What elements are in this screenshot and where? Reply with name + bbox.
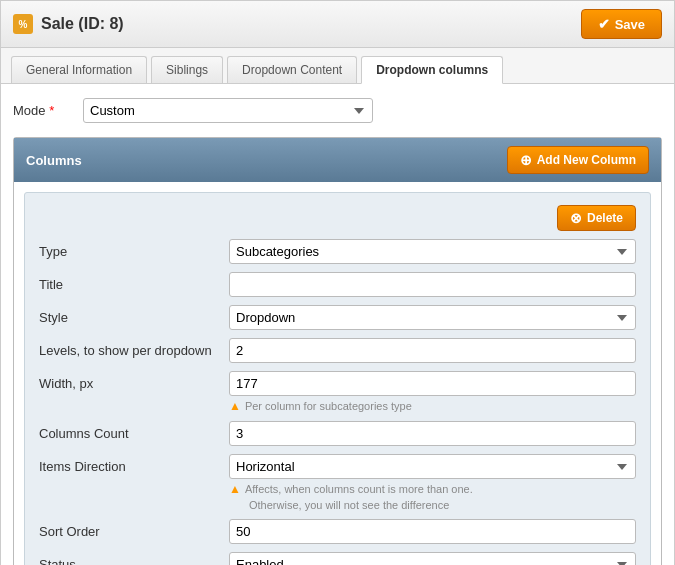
check-icon: ✔ [598, 16, 610, 32]
type-select[interactable]: Subcategories Products Custom [229, 239, 636, 264]
title-label: Title [39, 272, 219, 292]
sort-order-field-row: Sort Order [39, 519, 636, 544]
items-direction-label: Items Direction [39, 454, 219, 474]
mode-label: Mode * [13, 103, 73, 118]
status-select[interactable]: Enabled Disabled [229, 552, 636, 565]
mode-select[interactable]: Custom Auto [83, 98, 373, 123]
width-label: Width, px [39, 371, 219, 391]
delete-button[interactable]: ⊗ Delete [557, 205, 636, 231]
tab-siblings[interactable]: Siblings [151, 56, 223, 83]
sale-icon [13, 14, 33, 34]
levels-control [229, 338, 636, 363]
items-direction-hint2: Otherwise, you will not see the differen… [229, 499, 636, 511]
columns-count-label: Columns Count [39, 421, 219, 441]
style-label: Style [39, 305, 219, 325]
card-header: ⊗ Delete [39, 205, 636, 231]
columns-section: Columns ⊕ Add New Column ⊗ Delete Type [13, 137, 662, 565]
width-control: ▲ Per column for subcategories type [229, 371, 636, 413]
columns-header: Columns ⊕ Add New Column [14, 138, 661, 182]
title-input[interactable] [229, 272, 636, 297]
style-control: Dropdown List Grid [229, 305, 636, 330]
mode-row: Mode * Custom Auto [13, 98, 662, 123]
columns-count-field-row: Columns Count [39, 421, 636, 446]
column-card: ⊗ Delete Type Subcategories Products Cus… [24, 192, 651, 565]
title-control [229, 272, 636, 297]
add-new-column-button[interactable]: ⊕ Add New Column [507, 146, 649, 174]
items-direction-hint-text1: Affects, when columns count is more than… [245, 483, 473, 495]
sort-order-control [229, 519, 636, 544]
page-title: Sale (ID: 8) [41, 15, 124, 33]
items-direction-hint-text2: Otherwise, you will not see the differen… [249, 499, 449, 511]
tab-dropdown-columns[interactable]: Dropdown columns [361, 56, 503, 84]
style-field-row: Style Dropdown List Grid [39, 305, 636, 330]
type-field-row: Type Subcategories Products Custom [39, 239, 636, 264]
items-direction-hint1: ▲ Affects, when columns count is more th… [229, 482, 636, 496]
levels-field-row: Levels, to show per dropdown [39, 338, 636, 363]
add-column-label: Add New Column [537, 153, 636, 167]
status-control: Enabled Disabled [229, 552, 636, 565]
tab-general-information[interactable]: General Information [11, 56, 147, 83]
save-button[interactable]: ✔ Save [581, 9, 662, 39]
columns-count-input[interactable] [229, 421, 636, 446]
items-direction-field-row: Items Direction Horizontal Vertical ▲ Af… [39, 454, 636, 511]
sort-order-label: Sort Order [39, 519, 219, 539]
tab-dropdown-content[interactable]: Dropdown Content [227, 56, 357, 83]
x-icon: ⊗ [570, 210, 582, 226]
sort-order-input[interactable] [229, 519, 636, 544]
style-select[interactable]: Dropdown List Grid [229, 305, 636, 330]
save-label: Save [615, 17, 645, 32]
tabs-bar: General Information Siblings Dropdown Co… [1, 48, 674, 84]
page-wrapper: Sale (ID: 8) ✔ Save General Information … [0, 0, 675, 565]
levels-label: Levels, to show per dropdown [39, 338, 219, 358]
items-direction-select[interactable]: Horizontal Vertical [229, 454, 636, 479]
columns-count-control [229, 421, 636, 446]
content-area: Mode * Custom Auto Columns ⊕ Add New Col… [1, 84, 674, 565]
width-input[interactable] [229, 371, 636, 396]
title-field-row: Title [39, 272, 636, 297]
items-direction-control: Horizontal Vertical ▲ Affects, when colu… [229, 454, 636, 511]
page-title-area: Sale (ID: 8) [13, 14, 124, 34]
columns-title: Columns [26, 153, 82, 168]
type-label: Type [39, 239, 219, 259]
status-field-row: Status Enabled Disabled [39, 552, 636, 565]
type-control: Subcategories Products Custom [229, 239, 636, 264]
width-hint: ▲ Per column for subcategories type [229, 399, 636, 413]
status-label: Status [39, 552, 219, 565]
width-hint-text: Per column for subcategories type [245, 400, 412, 412]
hint-triangle-icon2: ▲ [229, 482, 241, 496]
page-header: Sale (ID: 8) ✔ Save [1, 1, 674, 48]
width-field-row: Width, px ▲ Per column for subcategories… [39, 371, 636, 413]
delete-label: Delete [587, 211, 623, 225]
plus-icon: ⊕ [520, 152, 532, 168]
required-asterisk: * [49, 103, 54, 118]
levels-input[interactable] [229, 338, 636, 363]
hint-triangle-icon: ▲ [229, 399, 241, 413]
